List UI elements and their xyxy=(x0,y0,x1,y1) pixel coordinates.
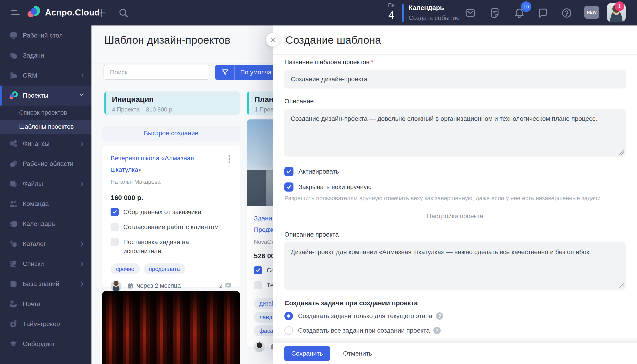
checkbox-checked-icon[interactable] xyxy=(254,266,262,274)
modal-title: Создание шаблона xyxy=(286,34,381,46)
save-button[interactable]: Сохранить xyxy=(284,346,330,361)
assignee-avatar[interactable] xyxy=(110,280,122,291)
notes-icon[interactable] xyxy=(490,8,500,18)
page-title: Шаблон дизайн-проектов xyxy=(104,34,230,46)
desktop-icon xyxy=(9,31,18,40)
checkbox-checked-icon[interactable] xyxy=(284,167,294,176)
divider-line xyxy=(489,216,626,216)
sidebar-item-onboarding[interactable]: Онбординг xyxy=(0,334,92,354)
checkbox-unchecked-icon[interactable] xyxy=(110,238,119,246)
sidebar-item-label: Финансы xyxy=(23,140,81,148)
radio-label: Создавать все задачи при создании проект… xyxy=(298,327,430,334)
quick-create-button[interactable]: Быстрое создание xyxy=(102,126,240,141)
sidebar-item-knowledge-base[interactable]: База знаний › xyxy=(0,274,92,294)
close-milestones-checkbox-row[interactable]: Закрывать вехи вручную xyxy=(284,182,372,192)
help-question-icon[interactable]: ? xyxy=(434,327,441,334)
checkbox-checked-icon[interactable] xyxy=(284,182,294,192)
create-event-link[interactable]: Создать событие xyxy=(408,14,460,22)
kebab-menu-icon[interactable] xyxy=(225,154,234,164)
activate-checkbox-row[interactable]: Активировать xyxy=(284,167,339,176)
sidebar: Рабочий стол Задачи CRM › Проекты › Спис… xyxy=(0,26,92,364)
time-tracker-icon xyxy=(9,320,18,328)
sidebar-item-label: Рабочий стол xyxy=(23,32,92,39)
project-description-textarea[interactable]: Дизайн-проект для компании «Алмазная шка… xyxy=(284,242,626,290)
sidebar-item-projects[interactable]: Проекты › xyxy=(0,86,92,106)
chat-icon[interactable] xyxy=(538,8,548,18)
sidebar-item-label: CRM xyxy=(23,72,81,79)
checkbox-unchecked-icon[interactable] xyxy=(254,281,262,290)
calendar-widget[interactable]: Календарь Создать событие xyxy=(408,4,460,22)
sidebar-item-lists[interactable]: Списки › xyxy=(0,254,92,274)
description-label: Описание xyxy=(284,98,314,105)
cancel-button[interactable]: Отменить xyxy=(343,350,372,357)
radio-all-tasks-row[interactable]: Создавать все задачи при создании проект… xyxy=(284,326,441,335)
new-count-badge: 1 xyxy=(615,1,624,11)
description-textarea[interactable]: Создание дизайн-проекта — довольно сложн… xyxy=(284,109,626,156)
template-name-input[interactable] xyxy=(284,70,626,88)
checkbox-checked-icon[interactable] xyxy=(110,208,119,216)
whats-new-button[interactable]: NEW xyxy=(584,6,599,19)
logo-text: Аспро.Cloud xyxy=(45,8,100,18)
mail-module-icon xyxy=(9,300,18,308)
sidebar-item-time-tracker[interactable]: Тайм-трекер xyxy=(0,314,92,334)
workspaces-icon xyxy=(9,160,18,168)
project-card-theater[interactable] xyxy=(102,291,240,364)
lists-icon xyxy=(9,260,18,268)
card-checklist-item[interactable]: Сбор данных от заказчика xyxy=(110,208,232,216)
description-field: Создание дизайн-проекта — довольно сложн… xyxy=(284,109,626,156)
radio-current-stage-row[interactable]: Создавать задачи только для текущего эта… xyxy=(284,312,443,320)
radio-selected-icon[interactable] xyxy=(284,312,293,320)
card-checklist-item[interactable]: Согласование работ с клиентом xyxy=(110,223,232,232)
sidebar-item-tasks[interactable]: Задачи xyxy=(0,46,92,66)
tag[interactable]: срочно xyxy=(110,264,140,274)
onboarding-icon xyxy=(9,340,18,348)
sidebar-item-label: Почта xyxy=(23,300,92,308)
hamburger-menu-icon[interactable] xyxy=(12,10,20,15)
calendar-widget-title: Календарь xyxy=(408,4,460,12)
modal-header-divider xyxy=(273,54,637,54)
search-icon[interactable] xyxy=(118,8,129,18)
create-plus-icon[interactable] xyxy=(96,8,106,18)
comment-icon xyxy=(225,282,232,289)
column-title: Инициация xyxy=(112,95,240,104)
app-logo[interactable]: Аспро.Cloud xyxy=(27,6,100,20)
chevron-right-icon: › xyxy=(81,239,84,248)
help-icon[interactable] xyxy=(562,8,572,18)
tag[interactable]: предоплата xyxy=(144,264,186,274)
column-sum: 310 800 р. xyxy=(146,106,174,113)
sidebar-item-catalog[interactable]: Каталог › xyxy=(0,234,92,254)
logo-mark-icon xyxy=(27,6,42,20)
project-card-evening-school[interactable]: Вечерняя школа «Алмазная шкатулка» Натал… xyxy=(102,146,240,287)
assignee-avatar[interactable] xyxy=(254,341,265,352)
project-description-field: Дизайн-проект для компании «Алмазная шка… xyxy=(284,242,626,290)
sidebar-item-team[interactable]: Команда xyxy=(0,194,92,214)
checkbox-unchecked-icon[interactable] xyxy=(110,223,119,231)
card-due-date: через 2 месяца xyxy=(137,282,181,290)
kanban-column-header-initiation[interactable]: Инициация 4 Проекта 310 800 р. xyxy=(104,92,240,115)
sidebar-subitem-project-list[interactable]: Список проектов xyxy=(0,106,92,120)
sidebar-item-calendar[interactable]: Календарь xyxy=(0,214,92,234)
radio-label: Создавать задачи только для текущего эта… xyxy=(298,312,432,320)
help-question-icon[interactable]: ? xyxy=(436,312,443,320)
close-icon[interactable] xyxy=(266,33,280,47)
projects-icon xyxy=(9,91,18,100)
sidebar-item-files[interactable]: Файлы › xyxy=(0,174,92,194)
card-checklist-item[interactable]: Постановка задачи на исполнителя xyxy=(110,238,232,256)
sidebar-item-label: Тайм-трекер xyxy=(23,320,92,328)
column-count: 1 Прое xyxy=(254,106,274,113)
card-title-link[interactable]: Вечерняя школа «Алмазная шкатулка» xyxy=(110,153,218,176)
chevron-right-icon: › xyxy=(81,279,84,288)
calendar-date-widget[interactable]: Пн 4 xyxy=(385,2,398,21)
funnel-icon xyxy=(221,68,229,76)
sidebar-item-workspaces[interactable]: Рабочие области xyxy=(0,154,92,174)
sidebar-subitem-project-templates[interactable]: Шаблоны проектов xyxy=(0,120,92,134)
calendar-small-icon xyxy=(127,282,134,289)
sidebar-item-mail[interactable]: Почта xyxy=(0,294,92,314)
sidebar-item-crm[interactable]: CRM › xyxy=(0,66,92,86)
sidebar-item-finance[interactable]: Финансы › xyxy=(0,134,92,154)
sidebar-item-dashboard[interactable]: Рабочий стол xyxy=(0,26,92,46)
required-asterisk: * xyxy=(371,58,373,66)
radio-unselected-icon[interactable] xyxy=(284,326,293,335)
search-input[interactable] xyxy=(104,64,209,80)
mail-icon[interactable] xyxy=(465,8,476,18)
